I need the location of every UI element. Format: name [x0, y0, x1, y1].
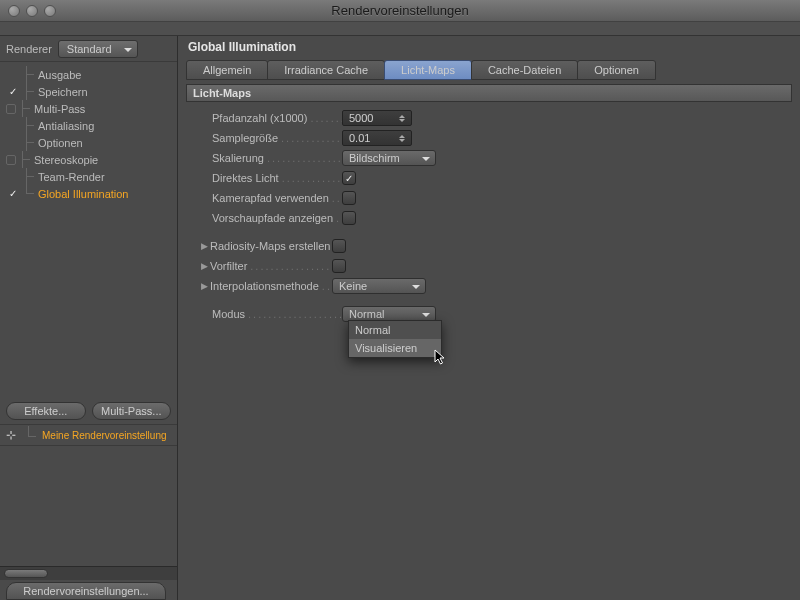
sidebar-item-gi[interactable]: ✓Global Illumination — [0, 185, 177, 202]
tab-cachefiles[interactable]: Cache-Dateien — [471, 60, 578, 80]
sidebar-item-options[interactable]: Optionen — [0, 134, 177, 151]
toolbar-strip — [0, 22, 800, 36]
radiosity-checkbox[interactable] — [332, 239, 346, 253]
renderer-dropdown[interactable]: Standard — [58, 40, 138, 58]
samplesize-input[interactable]: 0.01 — [342, 130, 412, 146]
param-radiosity: ▶Radiosity-Maps erstellen — [200, 236, 790, 256]
preset-icon: ⊹ — [4, 428, 18, 442]
tab-lichtmaps[interactable]: Licht-Maps — [384, 60, 472, 80]
window-body: Renderer Standard Ausgabe ✓Speichern Mul… — [0, 36, 800, 600]
mode-dropdown-menu: Normal Visualisieren — [348, 320, 442, 358]
sidebar-item-output[interactable]: Ausgabe — [0, 66, 177, 83]
interpolation-dropdown[interactable]: Keine — [332, 278, 426, 294]
disclosure-icon[interactable]: ▶ — [200, 241, 208, 251]
minimize-icon[interactable] — [26, 5, 38, 17]
prefilter-checkbox[interactable] — [332, 259, 346, 273]
check-icon[interactable]: ✓ — [6, 188, 20, 199]
tab-irradiance[interactable]: Irradiance Cache — [267, 60, 385, 80]
sidebar-item-multipass[interactable]: Multi-Pass — [0, 100, 177, 117]
sidebar: Renderer Standard Ausgabe ✓Speichern Mul… — [0, 36, 178, 600]
renderer-row: Renderer Standard — [0, 36, 177, 62]
traffic-lights — [0, 5, 56, 17]
mode-option-visualize[interactable]: Visualisieren — [349, 339, 441, 357]
effects-button[interactable]: Effekte... — [6, 402, 86, 420]
tab-optionen[interactable]: Optionen — [577, 60, 656, 80]
titlebar: Rendervoreinstellungen — [0, 0, 800, 22]
param-previewpaths: Vorschaupfade anzeigen — [200, 208, 790, 228]
param-interpolation: ▶InterpolationsmethodeKeine — [200, 276, 790, 296]
main-panel: Global Illumination Allgemein Irradiance… — [178, 36, 800, 600]
param-prefilter: ▶Vorfilter — [200, 256, 790, 276]
param-pathcount: Pfadanzahl (x1000)5000 — [200, 108, 790, 128]
param-mode: ModusNormal — [200, 304, 790, 324]
scaling-dropdown[interactable]: Bildschirm — [342, 150, 436, 166]
param-samplesize: Samplegröße0.01 — [200, 128, 790, 148]
tab-allgemein[interactable]: Allgemein — [186, 60, 268, 80]
panel-title: Global Illumination — [186, 38, 792, 60]
renderer-label: Renderer — [4, 43, 52, 55]
checkbox-empty[interactable] — [6, 155, 16, 165]
footer-tab-row: Rendervoreinstellungen... — [0, 580, 177, 600]
spinner-icon[interactable] — [399, 112, 409, 124]
sidebar-button-row: Effekte... Multi-Pass... — [0, 398, 177, 424]
subheader: Licht-Maps — [186, 84, 792, 102]
scroll-thumb[interactable] — [4, 569, 48, 578]
checkbox-empty[interactable] — [6, 104, 16, 114]
param-scaling: SkalierungBildschirm — [200, 148, 790, 168]
close-icon[interactable] — [8, 5, 20, 17]
window-title: Rendervoreinstellungen — [331, 3, 468, 18]
sidebar-item-stereo[interactable]: Stereoskopie — [0, 151, 177, 168]
param-directlight: Direktes Licht✓ — [200, 168, 790, 188]
previewpaths-checkbox[interactable] — [342, 211, 356, 225]
sidebar-item-save[interactable]: ✓Speichern — [0, 83, 177, 100]
param-camerapath: Kamerapfad verwenden — [200, 188, 790, 208]
sidebar-item-antialiasing[interactable]: Antialiasing — [0, 117, 177, 134]
tab-bar: Allgemein Irradiance Cache Licht-Maps Ca… — [186, 60, 792, 80]
disclosure-icon[interactable]: ▶ — [200, 261, 208, 271]
mode-option-normal[interactable]: Normal — [349, 321, 441, 339]
camerapath-checkbox[interactable] — [342, 191, 356, 205]
window: Rendervoreinstellungen Renderer Standard… — [0, 0, 800, 600]
disclosure-icon[interactable]: ▶ — [200, 281, 208, 291]
directlight-checkbox[interactable]: ✓ — [342, 171, 356, 185]
check-icon[interactable]: ✓ — [6, 86, 20, 97]
zoom-icon[interactable] — [44, 5, 56, 17]
spinner-icon[interactable] — [399, 132, 409, 144]
horizontal-scrollbar[interactable] — [0, 566, 177, 580]
parameter-list: Pfadanzahl (x1000)5000 Samplegröße0.01 S… — [186, 102, 792, 324]
render-tree: Ausgabe ✓Speichern Multi-Pass Antialiasi… — [0, 62, 177, 398]
multipass-button[interactable]: Multi-Pass... — [92, 402, 172, 420]
cursor-icon — [434, 349, 448, 367]
pathcount-input[interactable]: 5000 — [342, 110, 412, 126]
preset-row[interactable]: ⊹ Meine Rendervoreinstellung — [0, 424, 177, 446]
sidebar-item-teamrender[interactable]: Team-Render — [0, 168, 177, 185]
preset-tab[interactable]: Rendervoreinstellungen... — [6, 582, 166, 600]
sidebar-bottom: Effekte... Multi-Pass... ⊹ Meine Renderv… — [0, 398, 177, 600]
